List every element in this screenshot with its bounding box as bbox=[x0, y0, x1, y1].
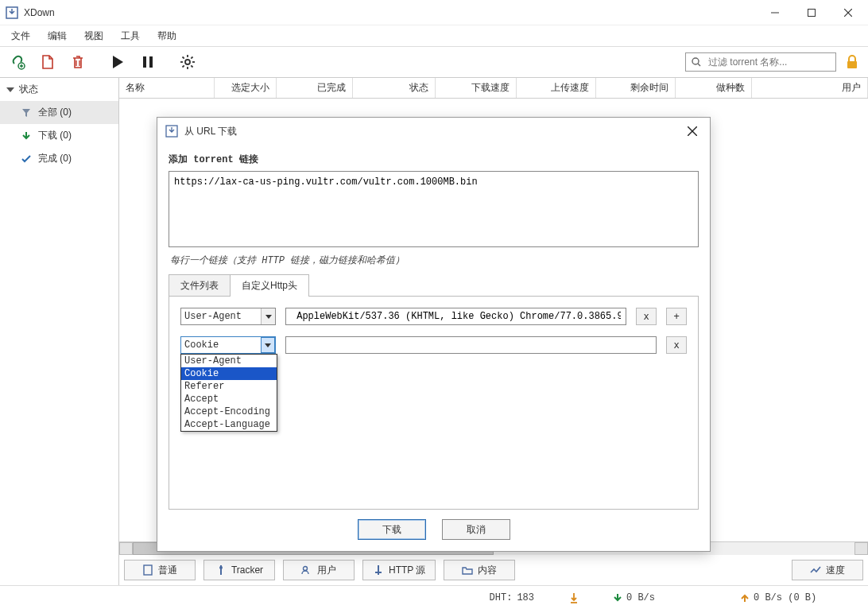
speed-icon bbox=[810, 564, 821, 576]
tab-label: Tracker bbox=[231, 564, 263, 576]
remove-header-button[interactable]: x bbox=[636, 308, 657, 325]
header-key-dropdown: User-Agent Cookie Referer Accept Accept-… bbox=[180, 354, 277, 432]
sidebar-item-all[interactable]: 全部 (0) bbox=[0, 101, 118, 124]
dialog-body: 添加 torrent 链接 每行一个链接（支持 HTTP 链接，磁力链接和哈希值… bbox=[157, 145, 710, 510]
sidebar-header[interactable]: 状态 bbox=[0, 78, 118, 101]
menu-tools[interactable]: 工具 bbox=[113, 26, 148, 46]
header-row: User-Agent x + bbox=[180, 308, 687, 325]
header-row: Cookie User-Agent Cookie Referer Accept … bbox=[180, 336, 687, 354]
dialog-buttons: 下载 取消 bbox=[157, 510, 710, 551]
menu-file[interactable]: 文件 bbox=[3, 26, 38, 46]
col-done[interactable]: 已完成 bbox=[277, 78, 353, 98]
dropdown-option[interactable]: Cookie bbox=[181, 367, 277, 380]
tab-speed[interactable]: 速度 bbox=[792, 560, 863, 580]
tab-label: 用户 bbox=[317, 564, 336, 577]
header-value-input[interactable] bbox=[285, 308, 626, 325]
search-input[interactable] bbox=[707, 54, 831, 70]
disk-icon bbox=[569, 592, 579, 603]
down-arrow-icon bbox=[614, 593, 622, 603]
tab-file-list[interactable]: 文件列表 bbox=[169, 274, 231, 297]
add-header-button[interactable]: + bbox=[666, 308, 687, 325]
tab-general[interactable]: 普通 bbox=[124, 560, 196, 580]
dialog-close-button[interactable] bbox=[683, 122, 702, 141]
svg-rect-11 bbox=[149, 56, 153, 68]
sidebar-item-label: 全部 (0) bbox=[38, 106, 72, 119]
header-key-combo[interactable]: Cookie User-Agent Cookie Referer Accept … bbox=[180, 336, 276, 354]
chevron-down-icon[interactable] bbox=[261, 337, 275, 353]
col-status[interactable]: 状态 bbox=[353, 78, 436, 98]
check-icon bbox=[21, 153, 32, 165]
col-users[interactable]: 用户 bbox=[752, 78, 868, 98]
chevron-down-icon[interactable] bbox=[261, 308, 275, 324]
minimize-button[interactable] bbox=[757, 0, 793, 25]
up-rate-value: 0 B/s (0 B) bbox=[754, 592, 816, 603]
custom-headers-pane: User-Agent x + Cookie User-Agent Cookie … bbox=[169, 296, 699, 510]
dialog-titlebar: 从 URL 下载 bbox=[157, 118, 710, 145]
dropdown-option[interactable]: Accept-Encoding bbox=[181, 405, 277, 418]
tab-users[interactable]: 用户 bbox=[283, 560, 355, 580]
download-button[interactable]: 下载 bbox=[358, 519, 426, 540]
col-name[interactable]: 名称 bbox=[119, 78, 215, 98]
url-textarea[interactable] bbox=[169, 171, 699, 247]
info-icon bbox=[142, 564, 153, 576]
start-button[interactable] bbox=[105, 49, 130, 75]
app-title: XDown bbox=[22, 7, 55, 18]
search-box[interactable] bbox=[685, 52, 836, 72]
header-value-input[interactable] bbox=[285, 336, 657, 354]
col-ulspeed[interactable]: 上传速度 bbox=[517, 78, 596, 98]
header-key-combo[interactable]: User-Agent bbox=[180, 308, 276, 325]
app-icon bbox=[2, 6, 22, 19]
dialog-title: 从 URL 下载 bbox=[184, 125, 237, 138]
tab-label: HTTP 源 bbox=[389, 564, 425, 577]
col-seeds[interactable]: 做种数 bbox=[676, 78, 752, 98]
statusbar: DHT: 183 0 B/s 0 B/s (0 B) bbox=[0, 585, 868, 609]
column-header: 名称 选定大小 已完成 状态 下载速度 上传速度 剩余时间 做种数 用户 bbox=[119, 78, 868, 99]
tab-content[interactable]: 内容 bbox=[444, 560, 515, 580]
sidebar-item-label: 完成 (0) bbox=[38, 152, 72, 165]
col-dlspeed[interactable]: 下载速度 bbox=[436, 78, 517, 98]
sidebar-item-label: 下载 (0) bbox=[38, 129, 72, 142]
tab-custom-headers[interactable]: 自定义Http头 bbox=[230, 274, 309, 297]
scroll-right-button[interactable] bbox=[854, 542, 868, 555]
sidebar: 状态 全部 (0) 下载 (0) 完成 (0) bbox=[0, 78, 119, 585]
add-file-button[interactable] bbox=[35, 49, 60, 75]
close-button[interactable] bbox=[830, 0, 866, 25]
disk-status bbox=[542, 592, 606, 603]
settings-button[interactable] bbox=[175, 49, 200, 75]
col-eta[interactable]: 剩余时间 bbox=[596, 78, 676, 98]
cancel-button[interactable]: 取消 bbox=[442, 519, 510, 540]
toolbar bbox=[0, 46, 868, 78]
menu-help[interactable]: 帮助 bbox=[149, 26, 184, 46]
remove-header-button[interactable]: x bbox=[666, 336, 687, 354]
sidebar-header-label: 状态 bbox=[19, 83, 38, 96]
menu-view[interactable]: 视图 bbox=[76, 26, 111, 46]
sidebar-item-completed[interactable]: 完成 (0) bbox=[0, 147, 118, 170]
dropdown-option[interactable]: User-Agent bbox=[181, 355, 277, 367]
svg-point-12 bbox=[185, 60, 190, 64]
delete-button[interactable] bbox=[65, 49, 91, 75]
dropdown-option[interactable]: Accept bbox=[181, 393, 277, 405]
col-size[interactable]: 选定大小 bbox=[215, 78, 277, 98]
http-icon bbox=[373, 564, 384, 576]
up-arrow-icon bbox=[741, 593, 749, 603]
svg-point-27 bbox=[304, 567, 308, 571]
dialog-icon bbox=[165, 125, 178, 138]
dropdown-option[interactable]: Referer bbox=[181, 380, 277, 393]
tab-label: 普通 bbox=[158, 564, 177, 577]
svg-line-22 bbox=[698, 64, 700, 66]
bottom-tabs: 普通 Tracker 用户 HTTP 源 内容 速度 bbox=[119, 555, 868, 585]
add-link-button[interactable] bbox=[5, 49, 30, 75]
tab-tracker[interactable]: Tracker bbox=[203, 560, 275, 580]
dht-value: 183 bbox=[517, 592, 534, 603]
dropdown-option[interactable]: Accept-Language bbox=[181, 418, 277, 431]
menu-edit[interactable]: 编辑 bbox=[40, 26, 75, 46]
scroll-left-button[interactable] bbox=[119, 542, 133, 555]
lock-icon[interactable] bbox=[841, 51, 863, 73]
pause-button[interactable] bbox=[135, 49, 161, 75]
tab-http-source[interactable]: HTTP 源 bbox=[362, 560, 436, 580]
svg-line-18 bbox=[191, 65, 192, 67]
svg-point-26 bbox=[219, 566, 223, 569]
maximize-button[interactable] bbox=[793, 0, 830, 25]
sidebar-item-downloading[interactable]: 下载 (0) bbox=[0, 124, 118, 147]
search-icon bbox=[691, 56, 702, 68]
